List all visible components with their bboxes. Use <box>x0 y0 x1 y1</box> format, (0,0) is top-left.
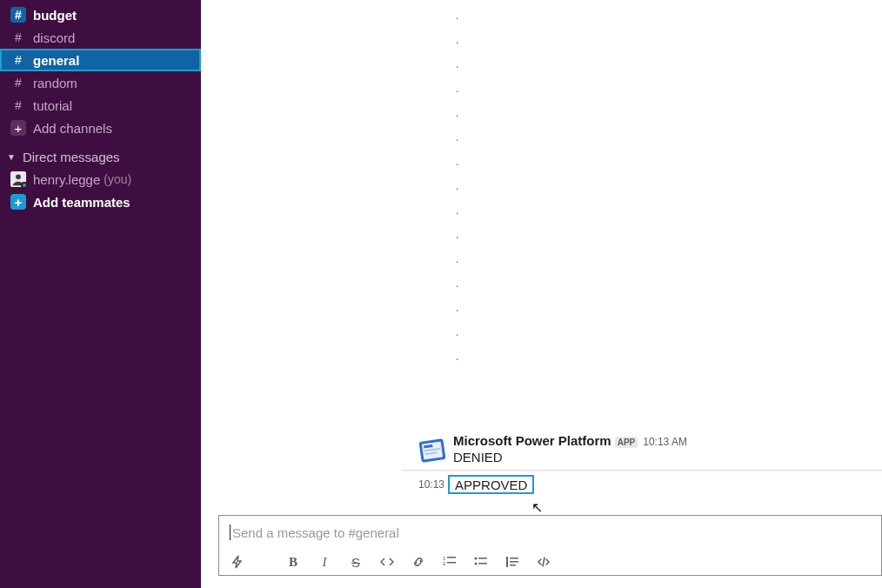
channel-label: tutorial <box>33 98 72 113</box>
text-cursor-icon <box>230 525 231 540</box>
code-button[interactable] <box>379 554 395 570</box>
channel-budget[interactable]: # budget <box>0 3 201 26</box>
plus-icon: + <box>10 194 26 210</box>
channel-discord[interactable]: # discord <box>0 26 201 49</box>
dm-you-label: (you) <box>104 172 131 186</box>
svg-rect-18 <box>510 565 516 566</box>
channel-label: random <box>33 76 77 90</box>
dm-name: henry.legge <box>33 172 100 187</box>
add-teammates-label: Add teammates <box>33 195 130 210</box>
main-area: ............... Microsoft Power Platform… <box>201 0 882 588</box>
app-badge: APP <box>615 437 638 448</box>
dm-self[interactable]: henry.legge (you) <box>0 168 201 190</box>
message-composer: Send a message to #general B I S 12 <box>218 515 882 576</box>
approved-message: 10:13 APPROVED <box>418 475 534 494</box>
svg-point-1 <box>16 174 21 179</box>
message: Microsoft Power Platform APP 10:13 AM DE… <box>418 433 882 464</box>
channel-random[interactable]: # random <box>0 71 201 94</box>
add-channels-label: Add channels <box>33 121 112 136</box>
hash-icon: # <box>10 7 26 23</box>
app-avatar-icon <box>415 433 451 469</box>
caret-down-icon: ▼ <box>7 152 16 162</box>
presence-active-icon <box>21 182 28 189</box>
code-block-button[interactable] <box>536 554 551 570</box>
svg-rect-8 <box>447 557 456 558</box>
hash-icon: # <box>10 52 26 68</box>
svg-text:2: 2 <box>443 561 446 566</box>
divider <box>402 470 882 471</box>
formatting-toolbar: B I S 12 <box>219 549 881 575</box>
add-channels[interactable]: + Add channels <box>0 117 201 139</box>
svg-point-13 <box>475 563 478 565</box>
bold-button[interactable]: B <box>285 554 301 570</box>
svg-rect-14 <box>478 563 487 565</box>
blockquote-button[interactable] <box>504 554 520 570</box>
plus-icon: + <box>10 120 26 136</box>
ordered-list-button[interactable]: 12 <box>442 554 458 570</box>
mouse-cursor-icon: ↖ <box>531 499 543 516</box>
strikethrough-button[interactable]: S <box>348 554 364 570</box>
channel-label: general <box>33 53 79 68</box>
message-sender: Microsoft Power Platform <box>453 433 611 448</box>
bullet-list-button[interactable] <box>473 554 489 570</box>
channel-label: budget <box>33 8 77 23</box>
message-timestamp: 10:13 AM <box>643 436 687 448</box>
channel-tutorial[interactable]: # tutorial <box>0 94 201 117</box>
channel-label: discord <box>33 30 75 45</box>
approved-timestamp: 10:13 <box>418 478 444 491</box>
italic-button[interactable]: I <box>317 554 332 570</box>
sidebar: # budget # discord # general # random # … <box>0 0 201 588</box>
svg-rect-17 <box>510 561 518 563</box>
channel-general[interactable]: # general <box>0 49 201 71</box>
svg-rect-10 <box>447 562 456 564</box>
link-button[interactable] <box>411 554 426 570</box>
message-body: DENIED <box>453 450 882 464</box>
svg-rect-15 <box>506 557 508 567</box>
loading-dots: ............... <box>456 3 458 369</box>
approved-button[interactable]: APPROVED <box>448 475 534 494</box>
svg-rect-12 <box>478 558 487 559</box>
hash-icon: # <box>10 97 26 113</box>
message-placeholder: Send a message to #general <box>232 525 399 540</box>
message-list[interactable]: ............... Microsoft Power Platform… <box>201 0 882 515</box>
svg-rect-16 <box>510 558 518 559</box>
hash-icon: # <box>10 30 26 45</box>
dm-section-toggle[interactable]: ▼ Direct messages <box>0 139 201 168</box>
lightning-icon[interactable] <box>230 554 245 570</box>
svg-point-11 <box>475 558 478 560</box>
add-teammates[interactable]: + Add teammates <box>0 190 201 213</box>
message-input[interactable]: Send a message to #general <box>219 516 881 549</box>
hash-icon: # <box>10 75 26 90</box>
avatar <box>10 171 26 187</box>
dm-header-label: Direct messages <box>23 150 120 164</box>
